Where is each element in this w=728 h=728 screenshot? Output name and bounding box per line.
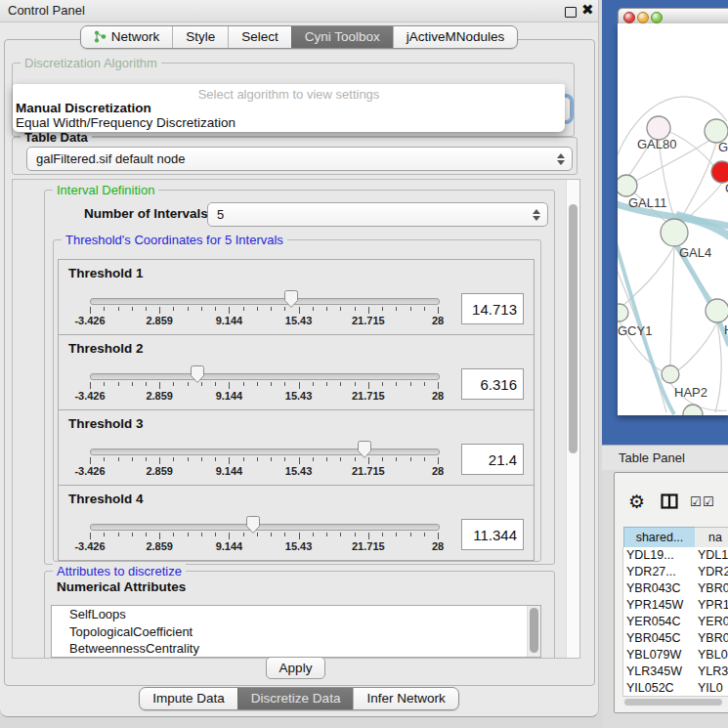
table-cell-shared-name[interactable]: YER054C <box>626 615 691 631</box>
tab-discretize-data[interactable]: Discretize Data <box>237 688 354 709</box>
minimize-traffic-light-icon[interactable] <box>637 12 649 23</box>
node-label: GAL4 <box>679 245 711 260</box>
attribute-item[interactable]: BetweennessCentrality <box>52 640 540 658</box>
table-cell-name[interactable]: YER0 <box>698 615 728 631</box>
threshold-3-slider-thumb[interactable] <box>357 440 372 459</box>
node-label: GCY1 <box>618 323 652 338</box>
tick-mark <box>424 457 425 461</box>
tab-select[interactable]: Select <box>228 26 291 48</box>
tick-mark <box>368 307 369 314</box>
attribute-item[interactable]: TopologicalCoefficient <box>52 623 540 641</box>
table-cell-name[interactable]: YBL0 <box>698 648 728 664</box>
tick-mark <box>382 533 383 536</box>
number-of-intervals-combo[interactable]: 5 <box>207 202 548 227</box>
threshold-3-slider-track[interactable] <box>90 449 440 455</box>
network-canvas[interactable]: GAL80GACGAL11GAL4GCY1HHAP2 <box>618 23 728 415</box>
control-panel-window: Control Panel ✖ NetworkStyleSelectCyni T… <box>0 0 599 717</box>
panel-scrollbar-thumb[interactable] <box>569 204 578 453</box>
numerical-attributes-list[interactable]: SelfLoopsTopologicalCoefficientBetweenne… <box>51 605 541 658</box>
network-node[interactable] <box>661 219 688 246</box>
tick-mark <box>382 382 383 386</box>
tick-mark <box>438 382 439 389</box>
tick-mark <box>104 457 105 461</box>
column-header-name[interactable]: na <box>695 527 728 548</box>
node-label: GAL80 <box>637 137 676 151</box>
table-cell-name[interactable]: YLR3 <box>698 664 728 681</box>
table-panel-title: Table Panel <box>619 450 685 465</box>
tick-mark <box>326 382 327 386</box>
table-data-combo[interactable]: galFiltered.sif default node <box>26 147 573 171</box>
tick-label: 2.859 <box>146 540 173 552</box>
table-cell-name[interactable]: YBR0 <box>698 581 728 598</box>
table-cell-name[interactable]: YPR1 <box>698 598 728 615</box>
table-cell-shared-name[interactable]: YBL079W <box>626 648 691 664</box>
threshold-label: Threshold 4 <box>68 492 144 506</box>
tick-mark <box>284 533 285 536</box>
threshold-2-slider-thumb[interactable] <box>190 364 205 384</box>
threshold-2-value-field[interactable]: 6.316 <box>461 368 524 400</box>
attribute-item[interactable]: SelfLoops <box>52 606 540 623</box>
threshold-2-slider-track[interactable] <box>90 373 440 380</box>
column-header-shared-name[interactable]: shared... <box>623 527 696 548</box>
close-traffic-light-icon[interactable] <box>623 12 635 23</box>
tab-impute-data[interactable]: Impute Data <box>140 688 237 709</box>
table-cell-name[interactable]: YBR0 <box>698 631 728 648</box>
panel-scrollbar[interactable] <box>566 180 579 658</box>
tick-mark <box>104 307 105 311</box>
table-horizontal-scrollbar-thumb[interactable] <box>624 699 722 706</box>
interval-definition-title: Interval Definition <box>53 183 158 197</box>
apply-button[interactable]: Apply <box>266 657 325 679</box>
tick-mark <box>382 457 383 461</box>
network-node[interactable] <box>711 161 728 183</box>
tick-mark <box>132 382 133 386</box>
network-view-frame: GAL80GACGAL11GAL4GCY1HHAP2 <box>602 0 728 445</box>
tick-label: 9.144 <box>216 390 243 402</box>
tick-mark <box>90 382 91 389</box>
table-cell-shared-name[interactable]: YDL19... <box>626 548 691 565</box>
table-cell-name[interactable]: YDR2 <box>698 565 728 581</box>
gear-icon[interactable]: ⚙ <box>628 491 645 513</box>
close-icon[interactable]: ✖ <box>581 1 594 19</box>
network-node[interactable] <box>683 405 703 415</box>
network-node[interactable] <box>662 365 679 383</box>
network-node[interactable] <box>706 299 728 322</box>
threshold-4-slider-track[interactable] <box>90 524 440 531</box>
table-cell-shared-name[interactable]: YLR345W <box>626 664 691 681</box>
tick-label: 28 <box>432 390 444 402</box>
tick-mark <box>410 457 411 461</box>
attributes-scrollbar-thumb[interactable] <box>530 608 538 653</box>
tick-mark <box>159 307 160 314</box>
split-view-icon[interactable] <box>661 493 678 509</box>
zoom-traffic-light-icon[interactable] <box>651 12 663 23</box>
checkbox-checked-icon[interactable]: ☑ <box>703 494 714 509</box>
threshold-1-slider-track[interactable] <box>90 298 440 305</box>
tab-style[interactable]: Style <box>172 26 228 48</box>
threshold-4-value-field[interactable]: 11.344 <box>461 519 524 550</box>
table-cell-shared-name[interactable]: YBR045C <box>626 631 691 648</box>
tick-mark <box>243 457 244 461</box>
tab-jactivemnodules[interactable]: jActiveMNodules <box>393 26 518 48</box>
table-cell-name[interactable]: YDL1 <box>698 548 728 565</box>
network-node[interactable] <box>618 175 637 196</box>
tab-label: Select <box>241 29 278 44</box>
cyni-mode-tabs: Impute DataDiscretize DataInfer Network <box>0 687 598 710</box>
threshold-3-value-field[interactable]: 21.4 <box>461 444 524 475</box>
threshold-1-slider-thumb[interactable] <box>283 289 299 309</box>
combo-arrows-icon <box>557 153 565 165</box>
float-window-icon[interactable] <box>565 7 577 18</box>
menu-item-manual-discretization[interactable]: Manual Discretization <box>16 101 151 115</box>
table-cell-shared-name[interactable]: YDR27... <box>626 565 691 581</box>
table-horizontal-scrollbar[interactable] <box>622 696 728 707</box>
checkbox-checked-icon[interactable]: ☑ <box>690 494 702 509</box>
table-cell-shared-name[interactable]: YPR145W <box>626 598 691 615</box>
network-node[interactable] <box>618 304 628 321</box>
tab-cyni-toolbox[interactable]: Cyni Toolbox <box>291 26 393 48</box>
threshold-1-value-field[interactable]: 14.713 <box>461 293 524 324</box>
tab-network[interactable]: Network <box>81 26 173 48</box>
menu-item-equal-width-frequency[interactable]: Equal Width/Frequency Discretization <box>16 115 236 130</box>
tick-label: -3.426 <box>74 390 105 402</box>
attributes-scrollbar[interactable] <box>527 606 540 657</box>
threshold-4-slider-thumb[interactable] <box>245 515 261 535</box>
table-cell-shared-name[interactable]: YBR043C <box>626 581 691 598</box>
tab-infer-network[interactable]: Infer Network <box>353 688 457 709</box>
